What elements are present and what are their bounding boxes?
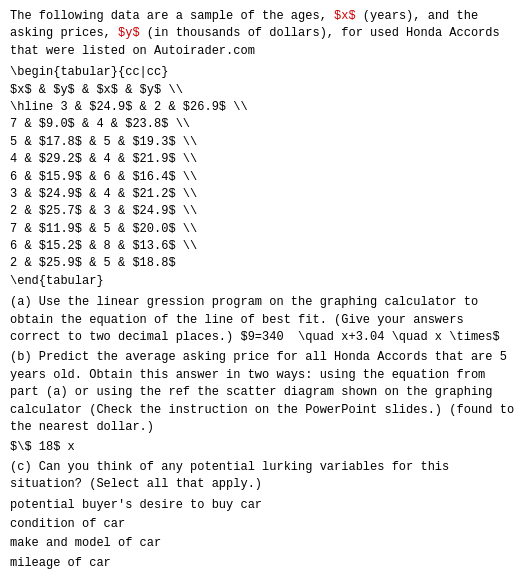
- question-a: (a) Use the linear gression program on t…: [10, 294, 519, 575]
- question-c-text: (c) Can you think of any potential lurki…: [10, 459, 519, 494]
- table-row: 3 & $24.9$ & 4 & $21.2$ \\: [10, 186, 519, 203]
- intro-paragraph: The following data are a sample of the a…: [10, 8, 519, 60]
- intro-line1: The following data are a sample of the a…: [10, 9, 334, 23]
- latex-y: $y$: [118, 26, 140, 40]
- table-row: 2 & $25.9$ & 5 & $18.8$: [10, 255, 519, 272]
- table-row: 7 & $9.0$ & 4 & $23.8$ \\: [10, 116, 519, 133]
- main-content: The following data are a sample of the a…: [10, 8, 519, 575]
- table-row: 4 & $29.2$ & 4 & $21.9$ \\: [10, 151, 519, 168]
- option-3: make and model of car: [10, 535, 519, 552]
- latex-x: $x$: [334, 9, 356, 23]
- option-1: potential buyer's desire to buy car: [10, 497, 519, 514]
- option-4: mileage of car: [10, 555, 519, 572]
- question-a-text: (a) Use the linear gression program on t…: [10, 294, 519, 346]
- table-header: $x$ & $y$ & $x$ & $y$ \\: [10, 82, 519, 99]
- table-begin: \begin{tabular}{cc|cc}: [10, 64, 519, 81]
- table-row: 2 & $25.7$ & 3 & $24.9$ \\: [10, 203, 519, 220]
- table-row: 7 & $11.9$ & 5 & $20.0$ \\: [10, 221, 519, 238]
- table-row: 5 & $17.8$ & 5 & $19.3$ \\: [10, 134, 519, 151]
- question-b-text: (b) Predict the average asking price for…: [10, 349, 519, 436]
- table-row: 6 & $15.2$ & 8 & $13.6$ \\: [10, 238, 519, 255]
- b-answer: $\$ 18$ x: [10, 439, 519, 456]
- table-end: \end{tabular}: [10, 273, 519, 290]
- table-row: 6 & $15.9$ & 6 & $16.4$ \\: [10, 169, 519, 186]
- option-2: condition of car: [10, 516, 519, 533]
- tabular-environment: \begin{tabular}{cc|cc} $x$ & $y$ & $x$ &…: [10, 64, 519, 290]
- table-hline: \hline 3 & $24.9$ & 2 & $26.9$ \\: [10, 99, 519, 116]
